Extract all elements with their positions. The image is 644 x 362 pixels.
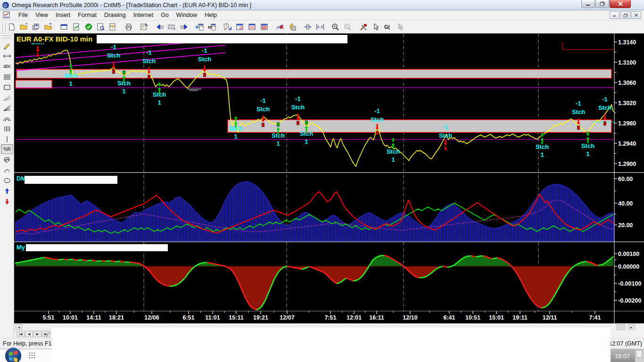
down-arrow-tool[interactable] — [1, 196, 13, 206]
mdi-restore-button[interactable] — [620, 11, 630, 19]
toolbar-separator — [121, 22, 121, 32]
expand-width-tool[interactable] — [1, 51, 13, 61]
open-workspace-button[interactable] — [42, 21, 55, 33]
toolbar-grip[interactable] — [2, 35, 12, 36]
chart-canvas[interactable]: Stch-1Stch-1Stch-1Stch-1Stch-1Stch-1Stch… — [14, 33, 644, 323]
app-icon: Ω — [2, 1, 9, 9]
percent-r-tool[interactable]: %R — [1, 144, 13, 154]
svg-text:M: M — [208, 25, 212, 30]
up-arrow-tool[interactable] — [1, 186, 13, 196]
global-cursor-button[interactable]: G| — [382, 21, 394, 33]
time-axis-label: 7:41 — [589, 314, 601, 321]
toolbar-separator — [300, 22, 300, 32]
scroll-left-button[interactable]: ◄ — [16, 324, 22, 330]
start-button[interactable] — [4, 346, 23, 362]
pointer-mode-button[interactable] — [394, 21, 406, 33]
optionstation-icon — [108, 23, 118, 31]
restore-button[interactable] — [595, 0, 609, 8]
keyboard-button[interactable] — [166, 21, 178, 33]
menu-item-window[interactable]: Window — [173, 11, 201, 19]
chart-area[interactable]: Stch-1Stch-1Stch-1Stch-1Stch-1Stch-1Stch… — [14, 33, 644, 323]
ellipse-tool[interactable] — [1, 175, 13, 185]
new-chart-window-button[interactable] — [70, 21, 83, 33]
save-desktop-button[interactable] — [30, 21, 42, 33]
svg-text:-1: -1 — [443, 123, 448, 131]
close-button[interactable] — [610, 0, 631, 8]
mdi-minimize-button[interactable] — [610, 11, 619, 19]
svg-text:Ω: Ω — [4, 3, 7, 8]
tab-nav-prev-button[interactable]: ◀ — [25, 331, 33, 337]
quick-launch-icon[interactable] — [28, 352, 36, 359]
arc-tool-icon — [2, 114, 12, 123]
time-frame-button[interactable] — [222, 21, 234, 33]
cycle-lines-tool-icon — [2, 124, 12, 133]
time-axis-label: 11:01 — [205, 314, 220, 321]
gann-fan-tool[interactable] — [1, 92, 13, 102]
optionstation-button[interactable] — [107, 21, 119, 33]
redaction-box — [97, 35, 347, 43]
new-chart-button[interactable] — [6, 21, 18, 33]
expand-bars-button[interactable] — [314, 21, 326, 33]
compress-bars-button[interactable] — [302, 21, 314, 33]
print-button[interactable] — [123, 21, 135, 33]
print-icon — [124, 23, 133, 31]
insert-symbol-button[interactable] — [194, 21, 206, 33]
price-axis-label: 1.2940 — [618, 140, 636, 147]
format-properties-button[interactable] — [138, 21, 150, 33]
drawing-tools-button[interactable] — [357, 21, 370, 33]
menu-item-format[interactable]: Format — [74, 11, 100, 19]
menu-item-insert[interactable]: Insert — [52, 11, 74, 19]
monthly-interval-button[interactable] — [258, 21, 271, 33]
mdi-close-button[interactable] — [631, 11, 641, 19]
show-desktop-button[interactable] — [635, 349, 644, 362]
tab-nav-first-button[interactable]: |◀ — [17, 331, 25, 337]
menu-item-go[interactable]: Go — [157, 11, 173, 19]
toolbar-separator — [152, 22, 152, 32]
menu-item-drawing[interactable]: Drawing — [100, 11, 130, 19]
insert-study-icon: M — [207, 23, 217, 31]
menu-item-file[interactable]: File — [15, 11, 32, 19]
toolbar-grip[interactable] — [1, 22, 3, 32]
page-back-button[interactable] — [154, 21, 166, 33]
text-tool[interactable]: abc — [1, 61, 13, 71]
vertical-line-tool[interactable] — [1, 134, 13, 144]
svg-text:1: 1 — [157, 99, 161, 106]
scroll-thumb[interactable] — [617, 324, 625, 330]
no-entry-tool[interactable] — [1, 155, 13, 165]
remove-study-button[interactable] — [274, 21, 286, 33]
pointer-button[interactable] — [370, 21, 382, 33]
zoom-out-button[interactable] — [342, 21, 354, 33]
rectangle-tool[interactable] — [1, 82, 13, 92]
minimize-button[interactable] — [581, 0, 595, 8]
svg-text:Stch: Stch — [229, 125, 242, 132]
svg-text:-1: -1 — [146, 49, 152, 56]
tab-nav-next-button[interactable]: ▶ — [33, 331, 41, 337]
cycle-lines-tool[interactable] — [1, 123, 13, 133]
insert-study-button[interactable]: M — [206, 21, 218, 33]
verify-button[interactable] — [83, 21, 95, 33]
toolbar-grip[interactable] — [2, 37, 12, 38]
zoom-in-button[interactable] — [330, 21, 342, 33]
page-forward-button[interactable] — [178, 21, 190, 33]
scroll-right-button[interactable]: ► — [628, 324, 635, 330]
rectangle-tool-icon — [2, 83, 12, 91]
daily-interval-button[interactable] — [234, 21, 246, 33]
quick-format-button[interactable] — [286, 21, 298, 33]
quote-window-button[interactable] — [95, 21, 107, 33]
horizontal-lines-tool[interactable] — [1, 72, 13, 82]
time-axis-label: 7:51 — [324, 314, 336, 321]
curve-tool[interactable] — [1, 165, 13, 175]
drawing-toolbar: abc%R — [0, 33, 14, 338]
fan-lines-tool[interactable] — [1, 103, 13, 113]
menu-item-help[interactable]: Help — [201, 11, 221, 19]
time-axis-label: 10:01 — [63, 314, 78, 321]
open-button[interactable] — [18, 21, 30, 33]
arc-tool[interactable] — [1, 113, 13, 123]
taskbar-clock[interactable]: 16:07 — [610, 349, 635, 362]
menu-item-internet[interactable]: Internet — [130, 11, 157, 19]
redaction-box — [52, 328, 611, 362]
weekly-interval-button[interactable] — [246, 21, 258, 33]
pencil-tool[interactable] — [1, 41, 13, 50]
new-window-button[interactable] — [58, 21, 70, 33]
menu-item-view[interactable]: View — [32, 11, 52, 19]
